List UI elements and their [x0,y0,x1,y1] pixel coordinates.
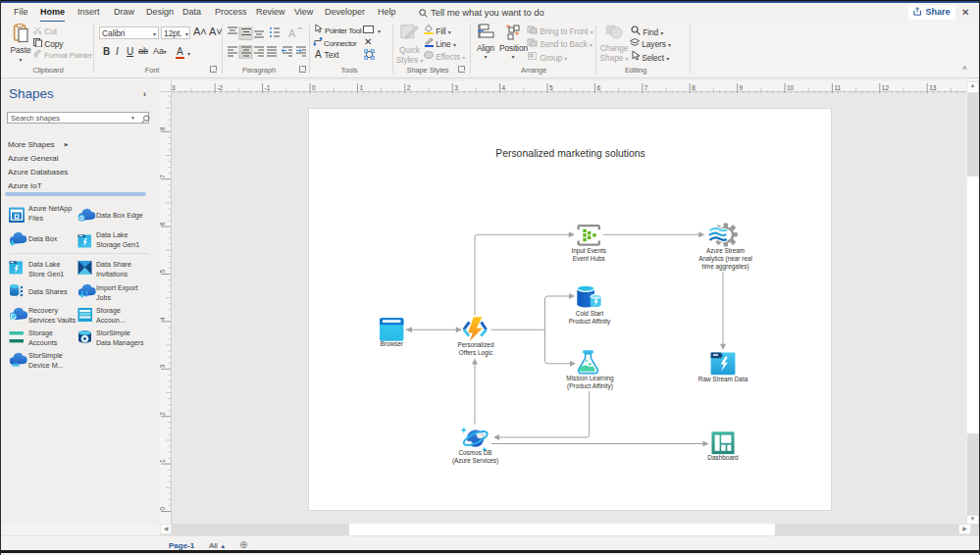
svg-text:Analytics (near real: Analytics (near real [698,255,752,263]
svg-text:Cold Start: Cold Start [576,310,604,317]
svg-text:-2: -2 [217,84,223,91]
svg-text:-1: -1 [265,84,271,91]
svg-text:13: 13 [929,84,937,91]
svg-text:Personalized marketing solutio: Personalized marketing solutions [495,148,645,159]
svg-text:Mission Learning: Mission Learning [566,375,614,382]
svg-text:0: 0 [160,507,166,511]
svg-text:(Azure Services): (Azure Services) [452,457,498,465]
svg-text:6: 6 [596,84,600,91]
svg-text:1: 1 [359,84,363,91]
svg-text:3: 3 [160,364,166,368]
svg-text:1: 1 [160,459,166,463]
svg-text:2: 2 [407,84,411,91]
svg-text:5: 5 [160,270,166,274]
svg-text:10: 10 [787,84,795,91]
svg-text:0: 0 [312,84,316,91]
svg-text:Azure Stream: Azure Stream [706,247,745,254]
svg-text:Dashboard: Dashboard [707,454,739,461]
svg-text:Offers Logic: Offers Logic [459,349,493,357]
svg-text:7: 7 [645,84,648,91]
svg-text:Cosmos DB: Cosmos DB [458,449,491,456]
svg-text:5: 5 [549,84,553,91]
svg-text:2: 2 [160,412,166,416]
svg-text:11: 11 [834,84,841,91]
svg-text:8: 8 [692,84,696,91]
svg-text:time aggregates): time aggregates) [702,263,749,271]
svg-text:9: 9 [740,84,744,91]
svg-text:Product Affinity: Product Affinity [569,318,611,326]
svg-text:Input Events: Input Events [571,247,606,255]
svg-text:4: 4 [502,84,506,91]
svg-text:Raw Stream Data: Raw Stream Data [698,376,748,382]
svg-text:Browser: Browser [381,340,404,347]
svg-text:Personalized: Personalized [458,341,494,348]
svg-text:A: A [288,27,296,39]
svg-text:(Product Affinity): (Product Affinity) [567,382,613,390]
svg-text:8: 8 [160,126,166,130]
svg-text:Event Hubs: Event Hubs [573,255,605,262]
svg-text:7: 7 [160,175,166,178]
svg-text:3: 3 [454,84,458,91]
svg-text:4: 4 [160,317,166,321]
svg-text:6: 6 [160,222,166,226]
svg-text:12: 12 [882,84,890,91]
